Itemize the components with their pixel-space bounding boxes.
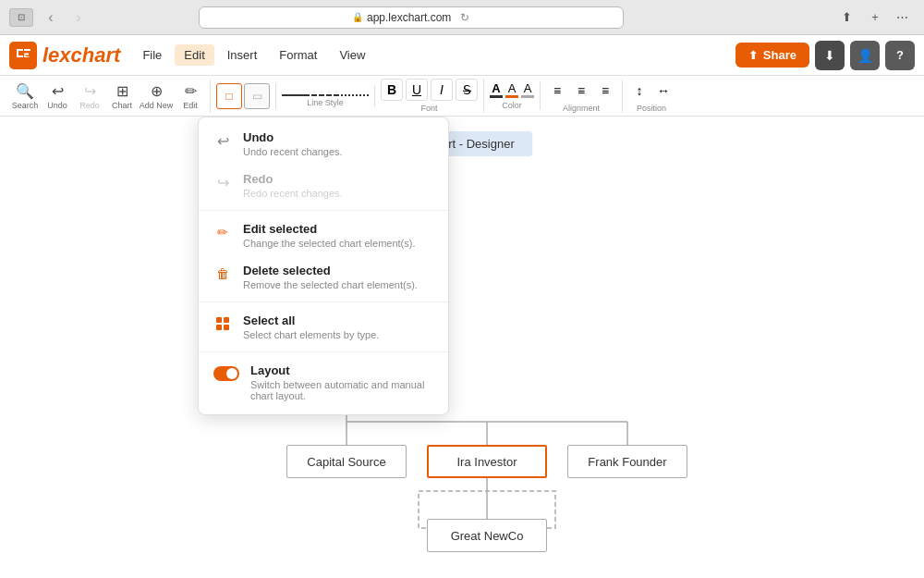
menu-item-select-all[interactable]: Select all Select chart elements by type… (199, 306, 448, 348)
edit-selected-icon: ✏ (213, 223, 232, 241)
alignment-label: Alignment (563, 104, 600, 113)
top-bar-right: ⬆ Share ⬇ 👤 ? (736, 41, 915, 70)
redo-content: Redo Redo recent changes. (243, 172, 343, 199)
font-label: Font (420, 104, 437, 113)
edit-tool[interactable]: ✏ Edit (175, 80, 206, 113)
menu-format[interactable]: Format (270, 44, 326, 66)
toolbar-group-style: □ ▭ (211, 83, 276, 109)
color-buttons: A A A (490, 81, 534, 98)
chart-tool[interactable]: ⊞ Chart (106, 80, 138, 113)
add-new-icon: ⊕ (151, 82, 163, 100)
top-menu-bar: lexchart File Edit Insert Format View ⬆ … (0, 35, 924, 76)
align-buttons: ≡ ≡ ≡ (546, 80, 616, 102)
edit-selected-content: Edit selected Change the selected chart … (243, 222, 416, 249)
select-all-icon (213, 314, 232, 333)
browser-new-tab-btn[interactable]: + (863, 7, 887, 28)
layout-desc: Switch between automatic and manual char… (250, 379, 433, 401)
undo-menu-icon: ↩ (213, 131, 232, 150)
layout-toggle-icon (213, 366, 239, 381)
line-dotted[interactable] (341, 85, 369, 96)
menu-file[interactable]: File (133, 44, 171, 66)
position-buttons: ↕ ↔ (628, 80, 675, 102)
toolbar-group-position: ↕ ↔ Position (623, 80, 680, 113)
toolbar-group-align: ≡ ≡ ≡ Alignment (541, 80, 623, 113)
menu-item-redo[interactable]: ↪ Redo Redo recent changes. (199, 165, 448, 206)
position-btn-1[interactable]: ↕ (628, 80, 650, 102)
delete-selected-desc: Remove the selected chart element(s). (243, 279, 418, 290)
line-dashed[interactable] (311, 85, 339, 96)
help-button[interactable]: ? (885, 41, 915, 70)
back-button[interactable]: ‹ (41, 7, 61, 28)
strikethrough-btn[interactable]: S̶ (456, 79, 478, 101)
line-solid[interactable] (282, 85, 310, 96)
toolbar-group-main: 🔍 Search ↩ Undo ↪ Redo ⊞ Chart ⊕ Add New… (6, 80, 211, 113)
font-buttons: B U I S̶ (381, 79, 478, 101)
browser-more-btn[interactable]: ⋯ (891, 7, 915, 28)
search-icon: 🔍 (16, 82, 34, 100)
chart-node-ira[interactable]: Ira Investor (427, 445, 547, 478)
redo-icon: ↪ (84, 82, 96, 100)
undo-tool[interactable]: ↩ Undo (42, 80, 73, 113)
align-right-btn[interactable]: ≡ (594, 80, 616, 102)
redo-tool[interactable]: ↪ Redo (74, 80, 105, 113)
bold-btn[interactable]: B (381, 79, 403, 101)
align-center-btn[interactable]: ≡ (570, 80, 592, 102)
chart-node-capital[interactable]: Capital Source (286, 445, 407, 478)
line-style-options (282, 85, 369, 96)
node-style-selector[interactable]: □ (216, 83, 242, 109)
node-style-2[interactable]: ▭ (244, 83, 270, 109)
forward-button[interactable]: › (68, 7, 89, 28)
menu-edit[interactable]: Edit (175, 44, 213, 66)
undo-content: Undo Undo recent changes. (243, 130, 343, 157)
position-btn-2[interactable]: ↔ (652, 80, 675, 102)
edit-label: Edit (183, 101, 198, 110)
undo-title: Undo (243, 130, 343, 144)
delete-selected-content: Delete selected Remove the selected char… (243, 264, 418, 290)
layout-content: Layout Switch between automatic and manu… (250, 363, 433, 401)
chart-node-newco[interactable]: Great NewCo (427, 519, 547, 552)
window-btn[interactable]: ⊡ (9, 8, 33, 27)
logo: lexchart (9, 42, 120, 69)
share-button[interactable]: ⬆ Share (736, 43, 809, 68)
url-bar[interactable]: 🔒 app.lexchart.com ↻ (199, 6, 624, 29)
menu-item-layout[interactable]: Layout Switch between automatic and manu… (199, 356, 448, 409)
menu-item-delete-selected[interactable]: 🗑 Delete selected Remove the selected ch… (199, 256, 448, 298)
chart-icon: ⊞ (116, 82, 128, 100)
menu-divider-1 (199, 210, 448, 211)
fill-color-btn[interactable]: A (505, 81, 518, 98)
menu-divider-3 (199, 351, 448, 352)
undo-label: Undo (47, 101, 67, 110)
url-text: app.lexchart.com (367, 11, 451, 24)
menu-view[interactable]: View (330, 44, 374, 66)
delete-selected-title: Delete selected (243, 264, 418, 277)
redo-title: Redo (243, 172, 343, 186)
align-left-btn[interactable]: ≡ (546, 80, 568, 102)
reload-icon[interactable]: ↻ (460, 11, 469, 24)
logo-text: lexchart (43, 43, 120, 68)
line-color-btn[interactable]: A (521, 81, 534, 98)
share-icon: ⬆ (748, 49, 758, 62)
toolbar-group-font: B U I S̶ Font (375, 79, 484, 113)
download-button[interactable]: ⬇ (815, 41, 845, 70)
svg-rect-8 (224, 317, 229, 323)
line-style-label: Line Style (307, 98, 344, 107)
app: lexchart File Edit Insert Format View ⬆ … (0, 35, 924, 578)
menu-item-undo[interactable]: ↩ Undo Undo recent changes. (199, 123, 448, 165)
menu-insert[interactable]: Insert (218, 44, 267, 66)
undo-icon: ↩ (52, 82, 64, 100)
underline-btn[interactable]: U (406, 79, 428, 101)
italic-btn[interactable]: I (431, 79, 453, 101)
search-label: Search (12, 101, 39, 110)
search-tool[interactable]: 🔍 Search (9, 80, 41, 113)
add-new-tool[interactable]: ⊕ Add New (139, 80, 174, 113)
browser-right-actions: ⬆ + ⋯ (835, 7, 915, 28)
chart-node-frank[interactable]: Frank Founder (567, 445, 687, 478)
font-color-btn[interactable]: A (490, 81, 503, 98)
browser-share-btn[interactable]: ⬆ (835, 7, 859, 28)
delete-selected-icon: 🗑 (213, 264, 232, 283)
svg-rect-7 (216, 317, 222, 323)
menu-item-edit-selected[interactable]: ✏ Edit selected Change the selected char… (199, 215, 448, 256)
toolbar: 🔍 Search ↩ Undo ↪ Redo ⊞ Chart ⊕ Add New… (0, 76, 924, 117)
redo-label: Redo (79, 101, 100, 110)
user-button[interactable]: 👤 (850, 41, 880, 70)
